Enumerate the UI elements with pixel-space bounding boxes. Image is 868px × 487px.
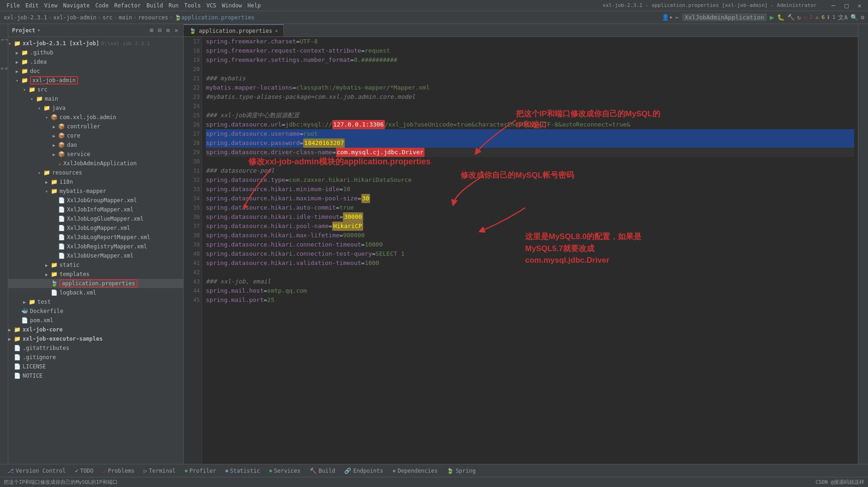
code-content[interactable]: spring.freemarker.charset=UTF-8 spring.f… [202,37,858,464]
close-panel-icon[interactable]: ✕ [173,26,180,34]
breadcrumb-src[interactable]: src [102,14,113,21]
tree-item-core[interactable]: ▶ 📦 core [8,131,183,140]
bottom-tab-build[interactable]: 🔨 Build [306,465,339,476]
bottom-tab-terminal[interactable]: ▷ Terminal [140,465,180,476]
tree-label-license: LICENSE [23,363,46,370]
run-config-label[interactable]: XxlJobAdminApplication [682,13,767,21]
tree-item-dockerfile[interactable]: 🐳 Dockerfile [8,307,183,316]
tree-item-static[interactable]: ▶ 📁 static [8,260,183,270]
tree-item-xml4[interactable]: 📄 XxlJobLogMapper.xml [8,223,183,233]
tree-item-admin[interactable]: ▾ 📁 xxl-job-admin [8,76,183,85]
debug-icon[interactable]: 🐛 [777,14,784,21]
tree-item-app-props[interactable]: 🍃 application.properties [8,279,183,288]
collapse-all-icon[interactable]: ⊟ [157,26,163,34]
tree-item-dao[interactable]: ▶ 📦 dao [8,140,183,150]
folder-icon-java: 📁 [43,105,50,111]
tree-item-controller[interactable]: ▶ 📦 controller [8,122,183,131]
tree-item-github[interactable]: ▶ 📁 .github [8,48,183,57]
bottom-tab-services[interactable]: ● Services [265,465,304,476]
folder-icon-root: 📁 [14,40,21,47]
tree-item-pkg[interactable]: ▾ 📦 com.xxl.job.admin [8,113,183,122]
tree-item-xml3[interactable]: 📄 XxlJobLogGlueMapper.xml [8,214,183,223]
tree-item-src[interactable]: ▾ 📁 src [8,85,183,94]
tree-item-idea[interactable]: ▶ 📁 .idea [8,57,183,66]
breadcrumb-admin[interactable]: xxl-job-admin [53,14,96,21]
left-tab-bookmarks[interactable]: Book [0,54,8,82]
breadcrumb-file[interactable]: 🍃 [174,14,181,21]
minimize-button[interactable]: ─ [829,0,838,11]
breadcrumb-root[interactable]: xxl-job-2.3.1 [4,14,47,21]
bottom-tab-vcs[interactable]: ⎇ Version Control [4,465,69,476]
tree-item-xml6[interactable]: 📄 XxlJobRegistryMapper.xml [8,242,183,251]
editor-tab-props[interactable]: 🍃 application.properties ✕ [184,24,284,36]
panel-dropdown-icon[interactable]: ▾ [37,27,41,33]
tree-item-gitattr[interactable]: 📄 .gitattributes [8,343,183,353]
tree-item-resources[interactable]: ▾ 📁 resources [8,168,183,177]
back-icon[interactable]: ← [676,14,679,21]
menu-file[interactable]: File [4,0,23,11]
tree-item-templates[interactable]: ▶ 📁 templates [8,270,183,279]
breadcrumb-filename[interactable]: application.properties [181,14,255,21]
menu-edit[interactable]: Edit [23,0,42,11]
tree-item-java[interactable]: ▾ 📁 java [8,103,183,113]
tree-item-xml2[interactable]: 📄 XxlJobInfoMapper.xml [8,205,183,214]
menu-code[interactable]: Code [93,0,112,11]
menu-vcs[interactable]: VCS [204,0,219,11]
bottom-toolbar: ⎇ Version Control ✓ TODO ⚠ Problems ▷ Te… [0,464,868,477]
breadcrumb-main[interactable]: main [119,14,132,21]
bottom-tab-dependencies[interactable]: ⎈ Dependencies [389,465,441,476]
search-icon[interactable]: 🔍 [850,14,858,21]
bottom-tab-problems[interactable]: ⚠ Problems [99,465,138,476]
tree-item-app-class[interactable]: ☕ XxlJobAdminApplication [8,159,183,168]
tree-item-core-module[interactable]: ▶ 📁 xxl-job-core [8,325,183,334]
expand-all-icon[interactable]: ⊞ [149,26,155,34]
settings-panel-icon[interactable]: ⚙ [165,26,171,34]
menu-build[interactable]: Build [144,0,166,11]
menu-tools[interactable]: Tools [181,0,204,11]
reload-icon[interactable]: ↻ [797,14,801,21]
tree-item-executor[interactable]: ▶ 📁 xxl-job-executor-samples [8,334,183,343]
menu-view[interactable]: View [42,0,60,11]
left-tabs: Stru Book [0,24,8,464]
bottom-tab-spring[interactable]: 🍃 Spring [443,465,479,476]
tree-item-i18n[interactable]: ▶ 📁 i18n [8,177,183,186]
bottom-tab-statistic[interactable]: ● Statistic [221,465,263,476]
settings-icon[interactable]: ⚙ [861,14,864,21]
tree-item-gitignore[interactable]: 📄 .gitignore [8,353,183,362]
close-button[interactable]: ✕ [855,0,864,11]
folder-icon-resources: 📁 [43,169,50,176]
tree-item-notice[interactable]: 📄 NOTICE [8,371,183,380]
left-tab-structure[interactable]: Stru [0,26,8,54]
tree-item-main[interactable]: ▾ 📁 main [8,94,183,103]
build-icon[interactable]: 🔨 [787,14,795,21]
tree-item-xml5[interactable]: 📄 XxlJobLogReportMapper.xml [8,233,183,242]
tree-item-license[interactable]: 📄 LICENSE [8,362,183,371]
menu-window[interactable]: Window [219,0,245,11]
profile-icon[interactable]: 👤▾ [662,14,673,21]
tree-item-pom[interactable]: 📄 pom.xml [8,316,183,325]
maximize-button[interactable]: □ [842,0,851,11]
breadcrumb-bar: xxl-job-2.3.1 › xxl-job-admin › src › ma… [0,11,868,24]
menu-refactor[interactable]: Refactor [111,0,144,11]
menu-run[interactable]: Run [166,0,181,11]
translate-icon[interactable]: 文A [838,13,848,22]
tab-close-button[interactable]: ✕ [275,28,278,33]
tree-item-logback[interactable]: 📄 logback.xml [8,288,183,297]
bottom-tab-endpoints[interactable]: 🔗 Endpoints [341,465,387,476]
tree-item-root[interactable]: ▾ 📁 xxl-job-2.3.1 [xxl-job] D:\xxl-job-2… [8,39,183,48]
run-button[interactable]: ▶ [770,13,774,22]
code-line-20 [206,65,854,74]
tree-item-xml1[interactable]: 📄 XxlJobGroupMapper.xml [8,196,183,205]
menu-navigate[interactable]: Navigate [60,0,93,11]
tree-item-doc[interactable]: ▶ 📁 doc [8,66,183,76]
tree-label-path: D:\xxl-job-2.3.1 [101,41,150,47]
bottom-tab-todo[interactable]: ✓ TODO [71,465,97,476]
tree-item-mybatis[interactable]: ▾ 📁 mybatis-mapper [8,186,183,196]
breadcrumb-resources[interactable]: resources [138,14,168,21]
breadcrumb-sep-5: › [169,14,173,21]
tree-item-service[interactable]: ▶ 📦 service [8,150,183,159]
tree-item-test[interactable]: ▶ 📁 test [8,297,183,307]
menu-help[interactable]: Help [245,0,263,11]
bottom-tab-profiler[interactable]: ● Profiler [181,465,220,476]
tree-item-xml7[interactable]: 📄 XxlJobUserMapper.xml [8,251,183,260]
